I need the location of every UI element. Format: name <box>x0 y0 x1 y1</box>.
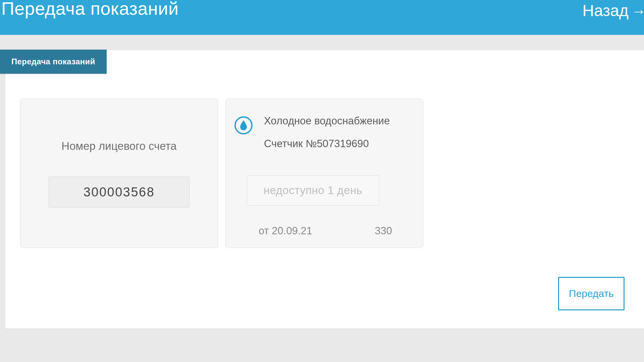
page-title: Передача показаний <box>1 0 179 19</box>
water-drop-icon <box>234 116 253 134</box>
service-name: Холодное водоснабжение <box>264 115 390 127</box>
back-label: Назад <box>582 1 629 20</box>
back-button[interactable]: Назад → <box>582 1 644 20</box>
top-bar: Передача показаний Назад → <box>0 0 644 35</box>
previous-reading-row: от 20.09.21 330 <box>259 225 392 237</box>
cards-row: Номер лицевого счета 300003568 Холодное … <box>5 50 644 248</box>
meter-reading-input[interactable]: недоступно 1 день <box>247 175 379 205</box>
account-label: Номер лицевого счета <box>49 140 190 153</box>
previous-reading-date: от 20.09.21 <box>259 225 312 237</box>
account-card: Номер лицевого счета 300003568 <box>20 99 218 248</box>
main-panel: Передача показаний Номер лицевого счета … <box>5 50 644 328</box>
account-number-field[interactable]: 300003568 <box>49 177 190 207</box>
previous-reading-value: 330 <box>375 225 392 237</box>
arrow-right-icon: → <box>631 4 644 19</box>
meter-card: Холодное водоснабжение Счетчик №50731969… <box>225 99 423 248</box>
submit-button[interactable]: Передать <box>558 277 625 310</box>
tab-submit-readings[interactable]: Передача показаний <box>0 50 107 74</box>
meter-id: Счетчик №507319690 <box>264 138 390 150</box>
